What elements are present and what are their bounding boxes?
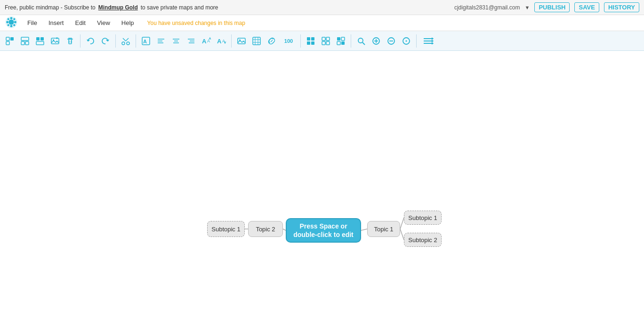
- toolbar-sep-4: [231, 34, 232, 48]
- svg-point-64: [358, 38, 363, 43]
- expand-button[interactable]: [33, 34, 47, 48]
- user-dropdown-icon[interactable]: ▼: [525, 5, 530, 10]
- svg-rect-61: [341, 37, 345, 41]
- svg-point-28: [122, 42, 125, 45]
- mindmup-gold-link[interactable]: Mindmup Gold: [98, 4, 138, 11]
- subtopic1-left-node[interactable]: Subtopic 1: [207, 221, 245, 237]
- toolbar-sep-5: [300, 34, 301, 48]
- svg-rect-15: [25, 41, 29, 45]
- svg-rect-52: [307, 37, 310, 41]
- svg-line-26: [123, 38, 126, 41]
- svg-point-72: [406, 40, 407, 41]
- svg-rect-13: [21, 37, 29, 41]
- svg-point-9: [13, 24, 15, 26]
- menu-view[interactable]: View: [91, 16, 116, 29]
- undo-button[interactable]: [83, 34, 97, 48]
- word-count-button[interactable]: 100: [280, 34, 298, 48]
- activate-all-button[interactable]: [304, 34, 318, 48]
- top-bar-left: Free, public mindmap - Subscribe to Mind…: [5, 4, 218, 11]
- svg-rect-57: [326, 37, 330, 41]
- svg-point-7: [13, 18, 15, 20]
- svg-line-80: [400, 229, 404, 240]
- font-bigger-button[interactable]: AA: [199, 34, 213, 48]
- svg-text:A: A: [202, 38, 207, 45]
- svg-point-29: [127, 42, 129, 45]
- svg-point-8: [8, 24, 9, 26]
- attach-link-button[interactable]: [265, 34, 279, 48]
- subtopic1-right-node[interactable]: Subtopic 1: [404, 211, 442, 225]
- font-smaller-button[interactable]: AA: [214, 34, 228, 48]
- svg-rect-47: [253, 37, 260, 45]
- align-left-button[interactable]: [154, 34, 168, 48]
- toolbar-sep-6: [351, 34, 351, 48]
- subtopic2-right-node[interactable]: Subtopic 2: [404, 233, 442, 247]
- svg-rect-14: [21, 41, 24, 45]
- svg-rect-55: [311, 41, 314, 45]
- cut-button[interactable]: [119, 34, 133, 48]
- publish-button[interactable]: PUBLISH: [534, 2, 570, 12]
- svg-line-65: [362, 42, 365, 45]
- svg-rect-18: [36, 41, 44, 45]
- logo[interactable]: [5, 16, 18, 31]
- svg-point-1: [8, 19, 14, 24]
- svg-line-79: [400, 218, 404, 229]
- svg-rect-11: [10, 37, 14, 41]
- svg-rect-19: [51, 38, 59, 44]
- style-button[interactable]: A: [139, 34, 153, 48]
- toolbar-sep-3: [136, 34, 136, 48]
- align-center-button[interactable]: [169, 34, 183, 48]
- save-button[interactable]: SAVE: [574, 2, 599, 12]
- add-child-button[interactable]: [3, 34, 17, 48]
- svg-point-2: [10, 17, 13, 19]
- delete-button[interactable]: [63, 34, 77, 48]
- zoom-out-button[interactable]: [384, 34, 398, 48]
- menu-file[interactable]: File: [22, 16, 43, 29]
- free-text-1: Free, public mindmap - Subscribe to: [5, 4, 96, 11]
- svg-rect-59: [326, 41, 330, 45]
- align-right-button[interactable]: [184, 34, 198, 48]
- collapse-all-button[interactable]: [18, 34, 32, 48]
- svg-rect-54: [307, 41, 310, 45]
- svg-point-6: [8, 18, 9, 20]
- free-text-2: to save private maps and more: [141, 4, 218, 11]
- svg-rect-45: [238, 38, 245, 44]
- central-node[interactable]: Press Space or double-click to edit: [286, 218, 361, 243]
- user-email: cjdigitals2831@gmail.com: [454, 4, 520, 11]
- topic2-node[interactable]: Topic 2: [248, 221, 283, 237]
- zoom-in-button[interactable]: [369, 34, 383, 48]
- menu-edit[interactable]: Edit: [69, 16, 91, 29]
- svg-rect-62: [337, 41, 340, 45]
- svg-rect-56: [322, 37, 325, 41]
- topic1-node[interactable]: Topic 1: [367, 221, 400, 237]
- levels-button[interactable]: [419, 34, 437, 48]
- mindmap-canvas[interactable]: Press Space or double-click to edit Topi…: [0, 51, 644, 310]
- connectors-svg: [0, 51, 644, 310]
- menu-help[interactable]: Help: [116, 16, 140, 29]
- svg-rect-10: [6, 37, 9, 41]
- svg-rect-17: [40, 37, 44, 41]
- top-bar: Free, public mindmap - Subscribe to Mind…: [0, 0, 644, 15]
- svg-rect-58: [322, 41, 325, 45]
- svg-line-78: [361, 229, 367, 230]
- svg-rect-16: [36, 37, 40, 41]
- svg-rect-60: [337, 37, 340, 41]
- insert-image-button[interactable]: [234, 34, 249, 48]
- insert-map-button[interactable]: [250, 34, 264, 48]
- svg-line-27: [126, 38, 129, 41]
- add-image-button[interactable]: [48, 34, 62, 48]
- unsaved-message: You have unsaved changes in this map: [147, 20, 245, 26]
- deactivate-button[interactable]: [319, 34, 333, 48]
- fit-button[interactable]: [399, 34, 413, 48]
- svg-point-3: [10, 24, 13, 27]
- svg-text:A: A: [217, 38, 222, 45]
- search-button[interactable]: [354, 34, 368, 48]
- activate-sub-button[interactable]: [334, 34, 348, 48]
- menu-insert[interactable]: Insert: [43, 16, 70, 29]
- redo-button[interactable]: [98, 34, 113, 48]
- svg-point-5: [14, 21, 16, 23]
- svg-point-4: [6, 21, 8, 23]
- svg-rect-12: [6, 41, 9, 45]
- history-button[interactable]: HISTORY: [604, 2, 639, 12]
- toolbar: A AA AA 100: [0, 31, 644, 51]
- toolbar-sep-1: [80, 34, 80, 48]
